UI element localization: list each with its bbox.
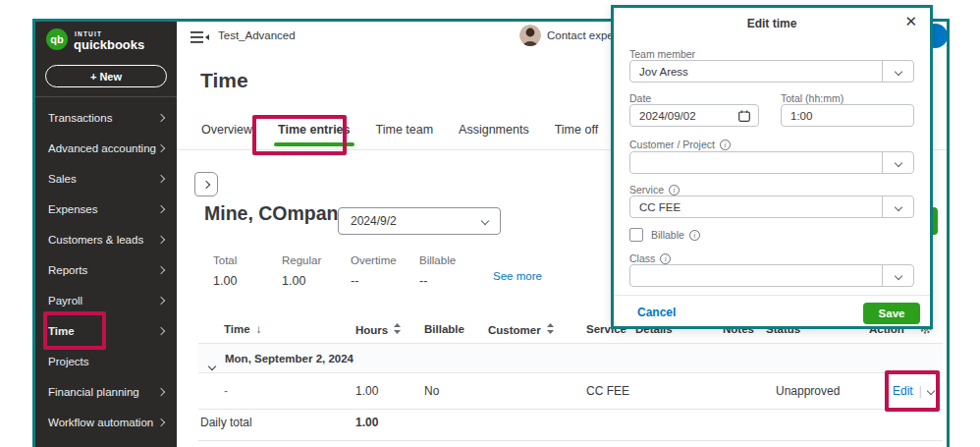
date-group-row: Mon, September 2, 2024 bbox=[198, 344, 943, 373]
tab-assignments[interactable]: Assignments bbox=[459, 123, 529, 148]
row-time: - bbox=[224, 384, 228, 398]
sidebar-item-expenses[interactable]: Expenses bbox=[35, 194, 177, 224]
sidebar-item-label: Transactions bbox=[48, 112, 158, 124]
quickbooks-wordmark: quickbooks bbox=[74, 37, 144, 52]
close-icon[interactable]: ✕ bbox=[904, 13, 917, 30]
row-divider bbox=[198, 409, 943, 410]
company-name: Test_Advanced bbox=[218, 29, 296, 41]
sidebar-item-advanced-accounting[interactable]: Advanced accounting bbox=[35, 133, 177, 163]
date-input[interactable]: 2024/09/02 bbox=[629, 104, 759, 127]
info-icon[interactable]: i bbox=[689, 230, 700, 241]
new-button[interactable]: + New bbox=[45, 65, 167, 87]
sidebar-item-customers-leads[interactable]: Customers & leads bbox=[35, 224, 177, 254]
chevron-down-icon[interactable] bbox=[882, 196, 913, 217]
stat-label: Total bbox=[213, 254, 282, 266]
chevron-down-icon[interactable] bbox=[882, 152, 913, 173]
sidebar-item-label: Workflow automation bbox=[48, 417, 158, 428]
column-header-time[interactable]: Time ↓ bbox=[224, 323, 262, 335]
chevron-down-icon[interactable] bbox=[882, 265, 913, 286]
daily-total-label: Daily total bbox=[200, 416, 252, 429]
daily-total-value: 1.00 bbox=[355, 416, 378, 429]
chevron-right-icon bbox=[157, 265, 165, 273]
column-header-hours[interactable]: Hours bbox=[355, 323, 401, 336]
edit-link[interactable]: Edit bbox=[893, 384, 913, 398]
chevron-right-icon bbox=[157, 296, 165, 304]
row-divider bbox=[198, 440, 943, 441]
service-select[interactable]: CC FEE bbox=[629, 196, 914, 218]
collapse-group-icon[interactable] bbox=[209, 356, 215, 373]
column-header-billable[interactable]: Billable bbox=[424, 323, 464, 335]
chevron-right-icon bbox=[157, 387, 165, 395]
sidebar-item-transactions[interactable]: Transactions bbox=[35, 102, 177, 133]
contact-expert-link[interactable]: Contact exper bbox=[547, 29, 618, 41]
sort-desc-icon: ↓ bbox=[256, 323, 262, 335]
team-member-value: Jov Aress bbox=[630, 66, 882, 78]
date-label: Date bbox=[629, 92, 651, 104]
stat-regular: Regular1.00 bbox=[282, 254, 351, 288]
date-filter-select[interactable]: 2024/9/2 bbox=[338, 207, 501, 235]
tab-time-off[interactable]: Time off bbox=[555, 123, 598, 148]
sort-both-icon bbox=[547, 323, 554, 334]
stat-value: -- bbox=[351, 274, 419, 288]
sidebar-item-workflow-automation[interactable]: Workflow automation bbox=[35, 407, 177, 437]
info-icon[interactable]: i bbox=[669, 185, 680, 196]
tab-overview[interactable]: Overview bbox=[201, 123, 252, 148]
customer-project-label: Customer / Project i bbox=[629, 139, 731, 150]
info-icon[interactable]: i bbox=[720, 140, 731, 150]
action-dropdown-icon[interactable] bbox=[927, 387, 935, 395]
action-separator: | bbox=[919, 384, 922, 398]
collapse-sidebar-icon[interactable] bbox=[191, 30, 210, 48]
tab-time-team[interactable]: Time team bbox=[376, 123, 434, 148]
stat-value: -- bbox=[419, 274, 488, 288]
team-member-select[interactable]: Jov Aress bbox=[629, 60, 914, 83]
sidebar-item-label: Financial planning bbox=[48, 386, 158, 398]
sidebar-item-financial-planning[interactable]: Financial planning bbox=[35, 376, 177, 407]
sidebar-item-reports[interactable]: Reports bbox=[35, 254, 177, 285]
sidebar-item-time[interactable]: Time bbox=[35, 315, 177, 346]
stat-label: Billable bbox=[419, 254, 488, 266]
sidebar-item-label: Projects bbox=[48, 356, 164, 367]
save-button[interactable]: Save bbox=[863, 303, 920, 324]
stat-value: 1.00 bbox=[282, 274, 351, 288]
tab-time-entries[interactable]: Time entries bbox=[278, 123, 350, 148]
chevron-right-icon bbox=[157, 174, 165, 182]
sidebar-nav: TransactionsAdvanced accountingSalesExpe… bbox=[35, 102, 177, 437]
sidebar-item-label: Reports bbox=[48, 264, 158, 276]
customer-project-select[interactable] bbox=[629, 151, 914, 174]
class-label: Class i bbox=[629, 252, 671, 264]
sidebar-item-label: Time bbox=[48, 325, 158, 337]
team-member-label: Team member bbox=[629, 48, 695, 60]
stat-label: Regular bbox=[282, 254, 351, 266]
row-service: CC FEE bbox=[586, 384, 629, 398]
modal-title: Edit time bbox=[614, 17, 930, 30]
total-label: Total (hh:mm) bbox=[781, 92, 844, 104]
chevron-right-icon bbox=[157, 235, 165, 243]
chevron-right-icon bbox=[157, 326, 165, 334]
modal-footer-divider bbox=[614, 295, 930, 296]
chevron-right-icon bbox=[157, 143, 165, 151]
sidebar-item-label: Payroll bbox=[48, 295, 158, 307]
see-more-link[interactable]: See more bbox=[493, 270, 542, 282]
stat-total: Total1.00 bbox=[213, 254, 282, 288]
page-title: Time bbox=[200, 69, 248, 92]
column-header-customer[interactable]: Customer bbox=[488, 323, 554, 336]
calendar-icon[interactable] bbox=[738, 110, 758, 122]
sidebar-item-projects[interactable]: Projects bbox=[35, 346, 177, 376]
total-value: 1:00 bbox=[782, 110, 913, 122]
billable-checkbox[interactable] bbox=[629, 228, 643, 242]
cancel-button[interactable]: Cancel bbox=[637, 306, 676, 319]
chevron-right-icon bbox=[157, 418, 165, 425]
avatar[interactable] bbox=[519, 25, 541, 46]
date-group-label: Mon, September 2, 2024 bbox=[225, 353, 354, 364]
chevron-right-icon bbox=[157, 204, 165, 212]
expand-panel-button[interactable] bbox=[194, 172, 218, 196]
chevron-down-icon[interactable] bbox=[882, 61, 913, 82]
class-select[interactable] bbox=[629, 264, 914, 287]
intuit-wordmark: INTUIT bbox=[75, 30, 102, 37]
row-status: Unapproved bbox=[776, 384, 840, 398]
sidebar-item-payroll[interactable]: Payroll bbox=[35, 285, 177, 315]
sidebar-item-sales[interactable]: Sales bbox=[35, 163, 177, 194]
quickbooks-logo-icon: qb bbox=[46, 28, 68, 50]
info-icon[interactable]: i bbox=[660, 253, 671, 264]
total-input[interactable]: 1:00 bbox=[781, 104, 914, 127]
